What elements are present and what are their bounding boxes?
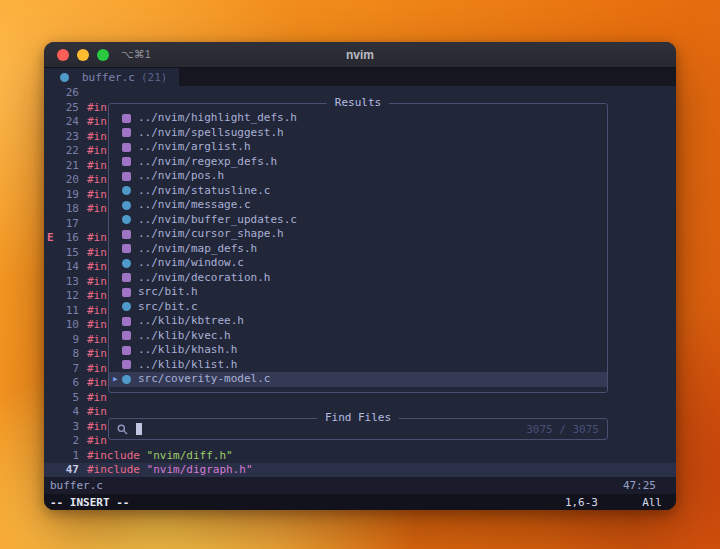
results-item[interactable]: ../nvim/buffer_updates.c bbox=[109, 213, 607, 228]
tab-label: buffer.c bbox=[82, 71, 135, 84]
minimize-button[interactable] bbox=[77, 49, 89, 61]
file-name: ../klib/kvec.h bbox=[138, 329, 231, 344]
line-number: 8 bbox=[59, 347, 79, 362]
sign-column bbox=[44, 275, 59, 290]
line-text: #in bbox=[87, 144, 107, 159]
tab-buffer-c[interactable]: buffer.c (21) bbox=[56, 68, 179, 86]
sign-column bbox=[44, 130, 59, 145]
editor-line[interactable]: 47#include "nvim/digraph.h" bbox=[44, 463, 676, 477]
sign-column bbox=[44, 449, 59, 464]
results-item[interactable]: ../nvim/pos.h bbox=[109, 169, 607, 184]
results-item[interactable]: src/bit.c bbox=[109, 300, 607, 315]
line-number: 23 bbox=[59, 130, 79, 145]
titlebar[interactable]: ⌥⌘1 nvim bbox=[44, 42, 676, 68]
line-text: #in bbox=[87, 275, 107, 290]
desktop-wallpaper: ⌥⌘1 nvim buffer.c (21) 2625#in24#in23#in… bbox=[0, 0, 720, 549]
results-item[interactable]: ../nvim/highlight_defs.h bbox=[109, 111, 607, 126]
results-item[interactable]: ../klib/khash.h bbox=[109, 343, 607, 358]
text-cursor bbox=[136, 423, 142, 435]
results-item[interactable]: ../nvim/spellsuggest.h bbox=[109, 126, 607, 141]
c-file-icon bbox=[122, 375, 131, 384]
sign-column bbox=[44, 289, 59, 304]
results-item[interactable]: ../nvim/arglist.h bbox=[109, 140, 607, 155]
line-number: 6 bbox=[59, 376, 79, 391]
sign-column bbox=[44, 405, 59, 420]
header-file-icon bbox=[122, 143, 131, 152]
editor-line[interactable]: 1#include "nvim/diff.h" bbox=[44, 449, 676, 464]
results-item[interactable]: ▸src/coverity-model.c bbox=[109, 372, 607, 387]
header-file-icon bbox=[122, 114, 131, 123]
file-name: ../nvim/window.c bbox=[138, 256, 244, 271]
sign-column bbox=[44, 86, 59, 101]
sign-column bbox=[44, 173, 59, 188]
results-list: ../nvim/highlight_defs.h../nvim/spellsug… bbox=[109, 104, 607, 387]
results-item[interactable]: ../nvim/map_defs.h bbox=[109, 242, 607, 257]
ruler: 1,6-3 bbox=[565, 496, 598, 509]
results-item[interactable]: src/bit.h bbox=[109, 285, 607, 300]
results-item[interactable]: ../nvim/cursor_shape.h bbox=[109, 227, 607, 242]
results-item[interactable]: ../klib/kvec.h bbox=[109, 329, 607, 344]
c-file-icon bbox=[122, 259, 131, 268]
line-text: #in bbox=[87, 130, 107, 145]
header-file-icon bbox=[122, 288, 131, 297]
line-number: 13 bbox=[59, 275, 79, 290]
line-number: 14 bbox=[59, 260, 79, 275]
line-number: 19 bbox=[59, 188, 79, 203]
terminal-window: ⌥⌘1 nvim buffer.c (21) 2625#in24#in23#in… bbox=[44, 42, 676, 510]
line-text: #in bbox=[87, 420, 107, 435]
sign-column bbox=[44, 376, 59, 391]
close-button[interactable] bbox=[57, 49, 69, 61]
tab-count: (21) bbox=[141, 71, 168, 84]
statusline-position: 47:25 bbox=[623, 479, 656, 492]
line-text: #in bbox=[87, 159, 107, 174]
tabline-fill bbox=[179, 68, 676, 86]
file-name: ../nvim/regexp_defs.h bbox=[138, 155, 277, 170]
scroll-indicator: All bbox=[642, 496, 662, 509]
results-item[interactable]: ../nvim/statusline.c bbox=[109, 184, 607, 199]
file-name: ../klib/kbtree.h bbox=[138, 314, 244, 329]
sign-column bbox=[44, 362, 59, 377]
sign-column bbox=[44, 115, 59, 130]
header-file-icon bbox=[122, 172, 131, 181]
header-file-icon bbox=[122, 346, 131, 355]
results-window: Results ../nvim/highlight_defs.h../nvim/… bbox=[108, 103, 608, 393]
header-file-icon bbox=[122, 360, 131, 369]
sign-column bbox=[44, 463, 59, 477]
line-text: #include "nvim/digraph.h" bbox=[87, 463, 253, 477]
sign-column bbox=[44, 217, 59, 232]
file-name: ../nvim/highlight_defs.h bbox=[138, 111, 297, 126]
sign-column bbox=[44, 434, 59, 449]
results-item[interactable]: ../nvim/decoration.h bbox=[109, 271, 607, 286]
c-file-icon bbox=[60, 73, 69, 82]
zoom-button[interactable] bbox=[97, 49, 109, 61]
file-name: ../klib/klist.h bbox=[138, 358, 237, 373]
header-file-icon bbox=[122, 273, 131, 282]
results-item[interactable]: ../nvim/regexp_defs.h bbox=[109, 155, 607, 170]
sign-column bbox=[44, 333, 59, 348]
results-counter: 3075 / 3075 bbox=[526, 423, 599, 436]
line-text: #in bbox=[87, 376, 107, 391]
line-text: #in bbox=[87, 318, 107, 333]
file-name: src/bit.c bbox=[138, 300, 198, 315]
find-files-title: Find Files bbox=[317, 411, 399, 424]
line-text: #in bbox=[87, 391, 107, 406]
results-item[interactable]: ../nvim/window.c bbox=[109, 256, 607, 271]
line-number: 7 bbox=[59, 362, 79, 377]
search-icon bbox=[117, 424, 128, 435]
sign-column bbox=[44, 318, 59, 333]
line-number: 24 bbox=[59, 115, 79, 130]
line-number: 25 bbox=[59, 101, 79, 116]
sign-column bbox=[44, 202, 59, 217]
mode-indicator: -- INSERT -- bbox=[50, 496, 129, 509]
file-name: ../nvim/statusline.c bbox=[138, 184, 270, 199]
header-file-icon bbox=[122, 230, 131, 239]
results-item[interactable]: ../nvim/message.c bbox=[109, 198, 607, 213]
line-number: 17 bbox=[59, 217, 79, 232]
results-item[interactable]: ../klib/kbtree.h bbox=[109, 314, 607, 329]
line-number: 16 bbox=[59, 231, 79, 246]
line-text: #include "nvim/diff.h" bbox=[87, 449, 233, 464]
results-item[interactable]: ../klib/klist.h bbox=[109, 358, 607, 373]
find-files-window: Find Files 3075 / 3075 bbox=[108, 418, 608, 440]
header-file-icon bbox=[122, 244, 131, 253]
file-name: ../nvim/decoration.h bbox=[138, 271, 270, 286]
